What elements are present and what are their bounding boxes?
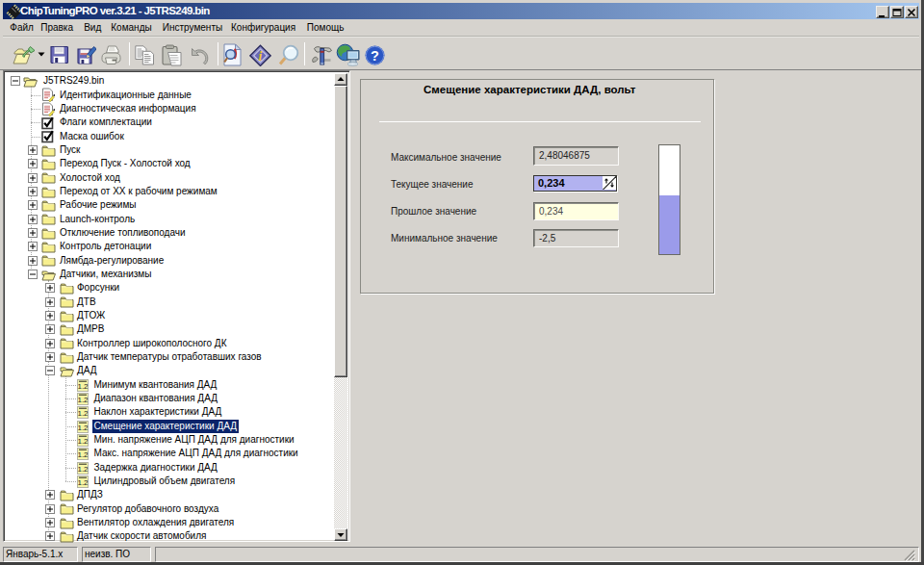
svg-text:i: i: [259, 49, 263, 64]
svg-text:?: ?: [371, 48, 379, 64]
